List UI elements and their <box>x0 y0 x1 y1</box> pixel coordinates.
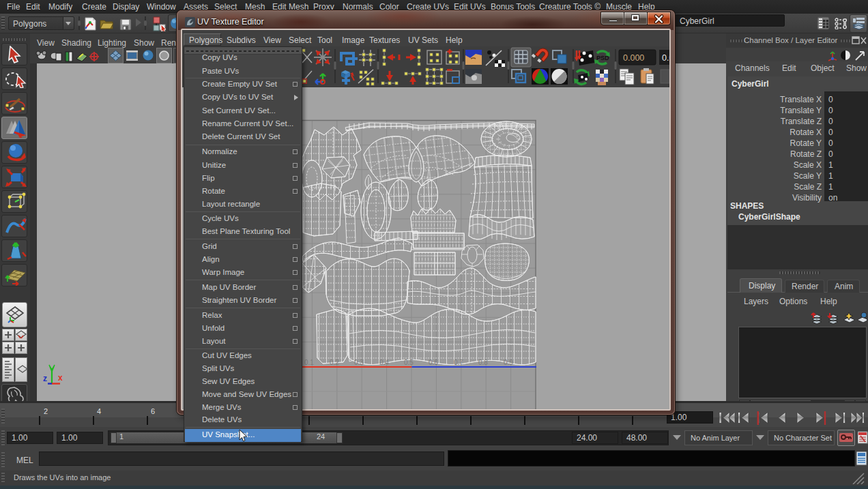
svg-text:x: x <box>58 373 63 383</box>
svg-text:0.5: 0.5 <box>404 359 414 366</box>
svg-text:0.7: 0.7 <box>454 359 463 366</box>
svg-text:0.0: 0.0 <box>662 53 669 63</box>
svg-text:0.6: 0.6 <box>429 359 438 366</box>
svg-text:0.2: 0.2 <box>330 359 339 366</box>
svg-text:0.1: 0.1 <box>304 359 314 366</box>
svg-text:0.4: 0.4 <box>379 359 389 366</box>
svg-text:0.000: 0.000 <box>623 53 644 63</box>
svg-text:0.3: 0.3 <box>354 359 364 366</box>
svg-text:PSD: PSD <box>596 55 609 61</box>
svg-text:z: z <box>43 374 47 383</box>
svg-text:0.8: 0.8 <box>478 359 488 366</box>
svg-text:0.9: 0.9 <box>504 359 513 366</box>
